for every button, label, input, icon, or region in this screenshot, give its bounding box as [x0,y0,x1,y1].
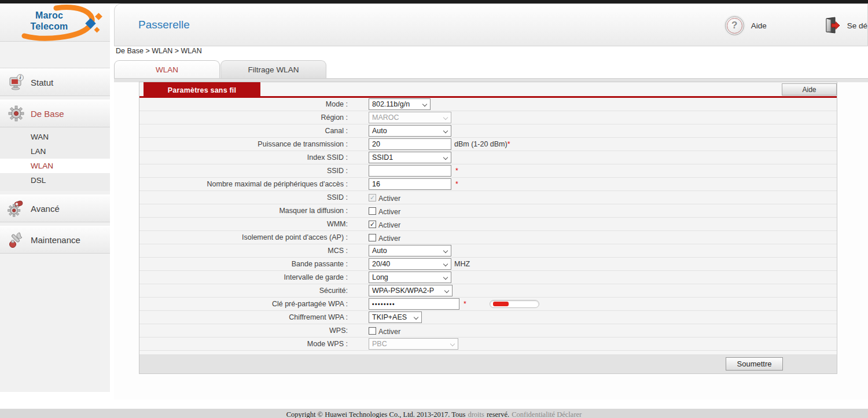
field-control: Auto [369,125,451,137]
field-control: WPA-PSK/WPA2-P [369,285,453,296]
chevron-down-icon [444,288,449,293]
field-control: Activer [369,233,400,241]
wps-mode-select: PBC [369,338,458,350]
ssid-index-select[interactable]: SSID1 [369,152,451,163]
tab-filtrage-wlan[interactable]: Filtrage WLAN [220,60,326,78]
field-label: Index SSID : [139,153,369,162]
help-button[interactable]: ? Aide [725,16,767,35]
checkbox-label: Activer [378,234,400,243]
form-row: MCS :Auto [139,244,837,258]
footer-link[interactable]: droits [468,410,484,418]
sidebar-item-dsl[interactable]: DSL [0,173,110,188]
field-control: * [369,165,458,177]
form-row: WPS:Activer [139,324,837,338]
chevron-down-icon [443,275,448,280]
form-row: Canal :Auto [139,124,837,138]
field-label: Canal : [139,127,369,135]
chevron-down-icon [414,315,418,320]
region-select: MAROC [369,112,451,123]
required-asterisk: * [507,140,510,148]
ap-isolation-checkbox[interactable] [369,234,376,241]
field-label: Masquer la diffusion : [139,207,369,215]
field-label: Sécurité: [139,287,369,295]
sidebar-item-statut[interactable]: i Statut [0,68,110,96]
form-row: SSID :✓Activer [139,191,837,204]
footer-link[interactable]: Confidentialité Déclarer [512,410,582,418]
security-select[interactable]: WPA-PSK/WPA2-P [369,285,453,296]
field-label: Mode : [139,100,369,108]
sidebar-item-de-base[interactable]: De Base [0,100,110,127]
field-label: WMM: [139,220,369,228]
canal-select[interactable]: Auto [369,125,451,137]
form-row: WMM:✓Activer [139,218,837,231]
tab-wlan[interactable]: WLAN [114,60,220,78]
wpa-encryption-select[interactable]: TKIP+AES [369,311,422,323]
sidebar-item-lan[interactable]: LAN [0,144,110,159]
sidebar-item-avance[interactable]: Avancé [0,195,110,222]
panel-help-button[interactable]: Aide [782,83,837,96]
chevron-down-icon [443,115,448,120]
field-control: PBC [369,338,458,350]
form-row: SSID :* [139,164,837,178]
field-control: SSID1 [369,152,451,163]
chevron-down-icon [443,129,448,133]
checkbox-label: Activer [378,328,400,336]
field-label: Clé pré-partagée WPA : [139,300,369,308]
form-row: Puissance de transmission :dBm (1-20 dBm… [139,138,837,151]
wps-checkbox[interactable] [369,327,376,335]
router-admin-page: Maroc Telecom i Statut [0,0,868,418]
guard-interval-select[interactable]: Long [369,272,451,283]
checkbox-label: Activer [378,221,400,229]
sidebar-submenu: WAN LAN WLAN DSL [0,127,110,191]
sidebar-item-label: Avancé [31,204,60,214]
logout-label: Se dé [847,21,867,30]
header-actions: ? Aide Se dé [725,4,867,47]
page-header: Passerelle ? Aide Se dé [114,3,868,46]
field-suffix: MHZ [454,260,470,268]
wireless-settings-panel: Paramètres sans fil Aide Mode :802.11b/g… [139,82,837,374]
section-title: Paramètres sans fil [144,82,260,98]
submit-button[interactable]: Soumettre [726,357,783,371]
wmm-checkbox[interactable]: ✓ [369,221,376,228]
field-label: Chiffrement WPA : [139,313,369,321]
required-asterisk: * [455,180,458,188]
chevron-down-icon [450,342,455,346]
chevron-down-icon [443,262,448,266]
sidebar-rest [0,254,110,392]
field-control: * [369,298,539,310]
field-label: Région : [139,113,369,122]
field-label: Bande passante : [139,260,369,268]
page-title: Passerelle [138,19,190,31]
mcs-select[interactable]: Auto [369,245,451,256]
sidebar-item-maintenance[interactable]: Maintenance [0,226,110,254]
question-mark-circle-icon: ? [725,16,744,35]
sidebar: Maroc Telecom i Statut [0,3,110,392]
chevron-down-icon [443,155,448,160]
door-arrow-logout-icon [822,16,841,35]
required-asterisk: * [464,300,466,308]
breadcrumb: De Base > WLAN > WLAN [116,47,202,55]
bandwidth-select[interactable]: 20/40 [369,258,451,270]
max-devices-input[interactable] [369,178,451,190]
mode-select[interactable]: 802.11b/g/n [369,98,431,110]
help-label: Aide [751,21,767,30]
sidebar-item-label: Statut [31,78,53,87]
sidebar-item-wlan[interactable]: WLAN [0,159,110,173]
tab-bar: WLAN Filtrage WLAN [114,60,326,78]
field-label: Puissance de transmission : [139,140,369,148]
tx-power-input[interactable] [369,138,451,150]
field-label: Nombre maximal de périphériques d'accès … [139,180,369,188]
checkbox-label: Activer [378,195,400,203]
hide-broadcast-checkbox[interactable] [369,207,376,215]
wpa-key-input[interactable] [369,298,459,310]
ssid-input[interactable] [369,165,451,177]
field-suffix: dBm (1-20 dBm)* [454,140,510,148]
field-control: dBm (1-20 dBm)* [369,138,510,150]
sidebar-item-wan[interactable]: WAN [0,130,110,144]
submit-bar: Soumettre [139,354,837,373]
footer-text: reservé. [487,410,509,418]
logout-button[interactable]: Se dé [822,16,867,35]
maroc-telecom-logo: Maroc Telecom [0,3,110,42]
field-label: Isolement de point d'acces (AP) : [139,233,369,241]
form-row: Isolement de point d'acces (AP) :Activer [139,231,837,244]
